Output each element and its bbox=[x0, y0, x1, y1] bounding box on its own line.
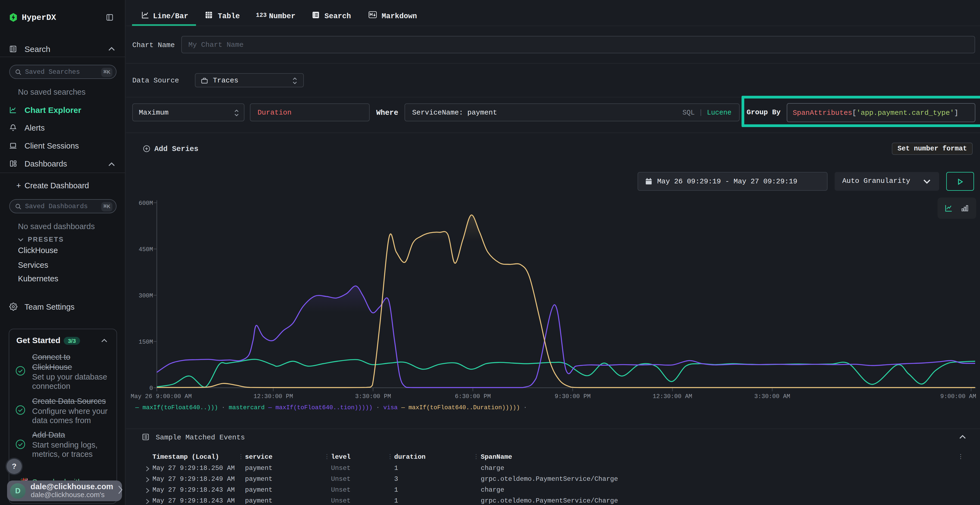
svg-text:9:30:00 PM: 9:30:00 PM bbox=[555, 393, 591, 400]
svg-text:600M: 600M bbox=[138, 200, 153, 207]
svg-text:3:30:00 PM: 3:30:00 PM bbox=[355, 393, 391, 400]
svg-text:6:30:00 PM: 6:30:00 PM bbox=[455, 393, 491, 400]
svg-text:12:30:00 PM: 12:30:00 PM bbox=[253, 393, 293, 400]
svg-text:450M: 450M bbox=[138, 246, 153, 253]
svg-text:3:30:00 AM: 3:30:00 AM bbox=[754, 393, 790, 400]
svg-text:0: 0 bbox=[150, 385, 153, 392]
svg-text:May 26 9:00:00 AM: May 26 9:00:00 AM bbox=[130, 393, 192, 400]
svg-text:150M: 150M bbox=[138, 339, 153, 346]
svg-text:12:30:00 AM: 12:30:00 AM bbox=[653, 393, 692, 400]
svg-text:9:00:00 AM: 9:00:00 AM bbox=[940, 393, 976, 400]
svg-text:300M: 300M bbox=[138, 292, 153, 299]
